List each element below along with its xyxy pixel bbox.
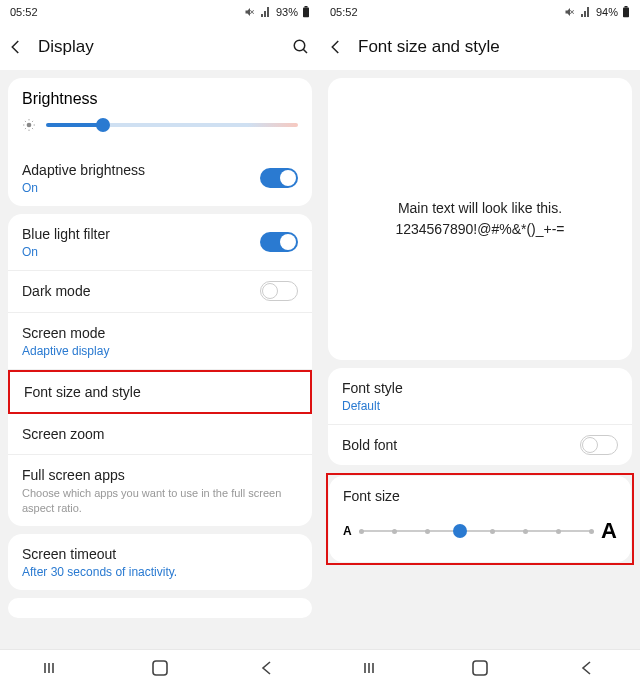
small-a-icon: A (343, 524, 352, 538)
mute-icon (564, 6, 576, 18)
bold-font-row[interactable]: Bold font (328, 425, 632, 465)
appbar: Display (0, 24, 320, 70)
nav-recents[interactable] (41, 660, 65, 676)
statusbar: 05:52 93% (0, 0, 320, 24)
timeout-label: Screen timeout (22, 545, 298, 563)
status-time: 05:52 (330, 6, 358, 18)
svg-rect-1 (305, 6, 308, 8)
nav-home[interactable] (468, 660, 492, 676)
battery-text: 94% (596, 6, 618, 18)
full-screen-apps-row[interactable]: Full screen apps Choose which apps you w… (8, 455, 312, 526)
adaptive-toggle[interactable] (260, 168, 298, 188)
status-time: 05:52 (10, 6, 38, 18)
screen-mode-sub: Adaptive display (22, 344, 298, 358)
font-style-label: Font style (342, 379, 618, 397)
screen-zoom-row[interactable]: Screen zoom (8, 414, 312, 455)
adaptive-brightness-row[interactable]: Adaptive brightness On (8, 150, 312, 206)
font-size-label: Font size (343, 488, 617, 504)
font-options-card: Font style Default Bold font (328, 368, 632, 465)
navbar (320, 649, 640, 685)
nav-home[interactable] (148, 660, 172, 676)
timeout-sub: After 30 seconds of inactivity. (22, 565, 298, 579)
svg-rect-6 (625, 6, 628, 8)
font-size-style-label: Font size and style (24, 383, 296, 401)
signal-icon (580, 6, 592, 18)
slider-thumb[interactable] (96, 118, 110, 132)
adaptive-label: Adaptive brightness (22, 161, 298, 179)
page-title: Font size and style (358, 37, 630, 57)
svg-rect-0 (303, 8, 309, 18)
brightness-row: Brightness (8, 78, 312, 150)
content: Brightness Adaptive brightness On Blue l… (0, 70, 320, 685)
dark-mode-row[interactable]: Dark mode (8, 271, 312, 312)
peek-card (8, 598, 312, 618)
font-size-style-row[interactable]: Font size and style (8, 370, 312, 414)
battery-text: 93% (276, 6, 298, 18)
nav-back[interactable] (575, 660, 599, 676)
screen-mode-row[interactable]: Screen mode Adaptive display (8, 313, 312, 370)
blue-light-label: Blue light filter (22, 225, 298, 243)
display-options-card: Blue light filter On Dark mode Screen mo… (8, 214, 312, 526)
blue-light-sub: On (22, 245, 298, 259)
sun-icon (22, 118, 36, 132)
screen-zoom-label: Screen zoom (22, 425, 298, 443)
svg-rect-7 (473, 661, 487, 675)
svg-point-2 (294, 40, 305, 51)
screen-timeout-row[interactable]: Screen timeout After 30 seconds of inact… (8, 534, 312, 590)
adaptive-sub: On (22, 181, 298, 195)
nav-back[interactable] (255, 660, 279, 676)
preview-line2: 1234567890!@#%&*()_+-= (395, 219, 564, 240)
battery-icon (622, 6, 630, 18)
blue-light-row[interactable]: Blue light filter On (8, 214, 312, 271)
bold-font-toggle[interactable] (580, 435, 618, 455)
content: Main text will look like this. 123456789… (320, 70, 640, 685)
navbar (0, 649, 320, 685)
nav-recents[interactable] (361, 660, 385, 676)
font-size-card: Font size A A (329, 476, 631, 562)
font-size-slider[interactable] (362, 530, 591, 532)
font-preview: Main text will look like this. 123456789… (328, 78, 632, 360)
font-size-highlight: Font size A A (326, 473, 634, 565)
font-size-thumb[interactable] (453, 524, 467, 538)
font-style-sub: Default (342, 399, 618, 413)
full-screen-desc: Choose which apps you want to use in the… (22, 486, 298, 515)
display-settings-screen: 05:52 93% Display Brightness Adaptive br… (0, 0, 320, 685)
battery-icon (302, 6, 310, 18)
dark-mode-label: Dark mode (22, 282, 298, 300)
timeout-card: Screen timeout After 30 seconds of inact… (8, 534, 312, 590)
font-settings-screen: 05:52 94% Font size and style Main text … (320, 0, 640, 685)
svg-rect-4 (153, 661, 167, 675)
back-button[interactable] (326, 37, 346, 57)
status-right: 94% (564, 6, 630, 18)
statusbar: 05:52 94% (320, 0, 640, 24)
search-button[interactable] (292, 38, 310, 56)
status-right: 93% (244, 6, 310, 18)
svg-point-3 (27, 123, 32, 128)
big-a-icon: A (601, 518, 617, 544)
brightness-card: Brightness Adaptive brightness On (8, 78, 312, 206)
signal-icon (260, 6, 272, 18)
back-button[interactable] (6, 37, 26, 57)
mute-icon (244, 6, 256, 18)
screen-mode-label: Screen mode (22, 324, 298, 342)
appbar: Font size and style (320, 24, 640, 70)
dark-mode-toggle[interactable] (260, 281, 298, 301)
svg-rect-5 (623, 8, 629, 18)
font-style-row[interactable]: Font style Default (328, 368, 632, 425)
bold-font-label: Bold font (342, 436, 618, 454)
preview-line1: Main text will look like this. (398, 198, 562, 219)
brightness-slider[interactable] (46, 123, 298, 127)
brightness-label: Brightness (22, 90, 298, 108)
page-title: Display (38, 37, 280, 57)
blue-light-toggle[interactable] (260, 232, 298, 252)
full-screen-label: Full screen apps (22, 466, 298, 484)
